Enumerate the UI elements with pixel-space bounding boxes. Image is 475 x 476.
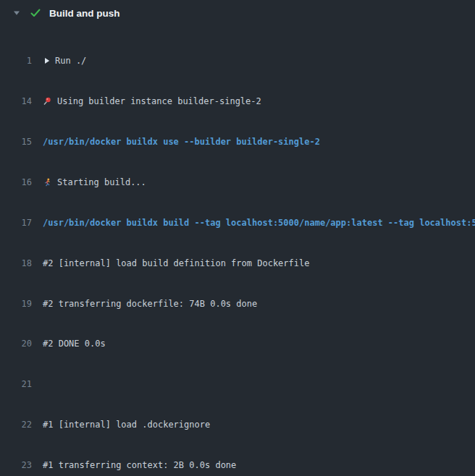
actions-log: Build and push 1Run ./ 14Using builder i… xyxy=(0,5,475,476)
notice-text: Starting build... xyxy=(57,177,146,187)
chevron-down-icon[interactable] xyxy=(13,10,20,16)
log-line: 22#1 [internal] load .dockerignore xyxy=(0,419,475,432)
check-icon xyxy=(30,9,41,17)
log-text: #2 DONE 0.0s xyxy=(32,339,106,349)
line-number[interactable]: 1 xyxy=(0,55,32,68)
run-command-text: Run ./ xyxy=(55,56,86,66)
line-number[interactable]: 20 xyxy=(0,338,32,351)
line-number[interactable]: 18 xyxy=(0,258,32,271)
log-line: 18#2 [internal] load build definition fr… xyxy=(0,258,475,271)
log-line: 19#2 transferring dockerfile: 74B 0.0s d… xyxy=(0,298,475,311)
log-text: #2 [internal] load build definition from… xyxy=(32,258,309,268)
log-text xyxy=(32,379,43,389)
line-number[interactable]: 17 xyxy=(0,217,32,230)
log-line: 16Starting build... xyxy=(0,177,475,190)
log-text: #2 transferring dockerfile: 74B 0.0s don… xyxy=(32,299,257,309)
line-number[interactable]: 21 xyxy=(0,378,32,391)
line-number[interactable]: 14 xyxy=(0,95,32,109)
command-text: /usr/bin/docker buildx build --tag local… xyxy=(32,218,475,228)
notice-text: Using builder instance builder-single-2 xyxy=(57,96,261,106)
pushpin-icon xyxy=(43,97,51,106)
log-build-and-push: 1Run ./ 14Using builder instance builder… xyxy=(0,27,475,476)
log-line: 17/usr/bin/docker buildx build --tag loc… xyxy=(0,217,475,230)
line-number[interactable]: 16 xyxy=(0,177,32,190)
log-line: 21 xyxy=(0,378,475,391)
log-line-run: 1Run ./ xyxy=(0,55,475,68)
line-number[interactable]: 23 xyxy=(0,459,32,472)
section-header-build-and-push[interactable]: Build and push xyxy=(0,5,475,21)
log-text: Starting build... xyxy=(32,177,146,187)
run-group[interactable]: Run ./ xyxy=(32,56,86,66)
line-number[interactable]: 19 xyxy=(0,298,32,311)
log-text: #1 [internal] load .dockerignore xyxy=(32,420,210,430)
play-triangle-icon[interactable] xyxy=(44,57,50,64)
log-line: 15/usr/bin/docker buildx use --builder b… xyxy=(0,136,475,149)
line-number[interactable]: 15 xyxy=(0,136,32,149)
log-line: 20#2 DONE 0.0s xyxy=(0,338,475,351)
section-label: Build and push xyxy=(49,8,120,19)
line-number[interactable]: 22 xyxy=(0,419,32,432)
log-line: 14Using builder instance builder-single-… xyxy=(0,95,475,109)
log-text: Using builder instance builder-single-2 xyxy=(32,96,261,106)
command-text: /usr/bin/docker buildx use --builder bui… xyxy=(32,137,320,147)
log-line: 23#1 transferring context: 2B 0.0s done xyxy=(0,459,475,472)
log-text: #1 transferring context: 2B 0.0s done xyxy=(32,460,236,470)
runner-icon xyxy=(43,178,51,187)
